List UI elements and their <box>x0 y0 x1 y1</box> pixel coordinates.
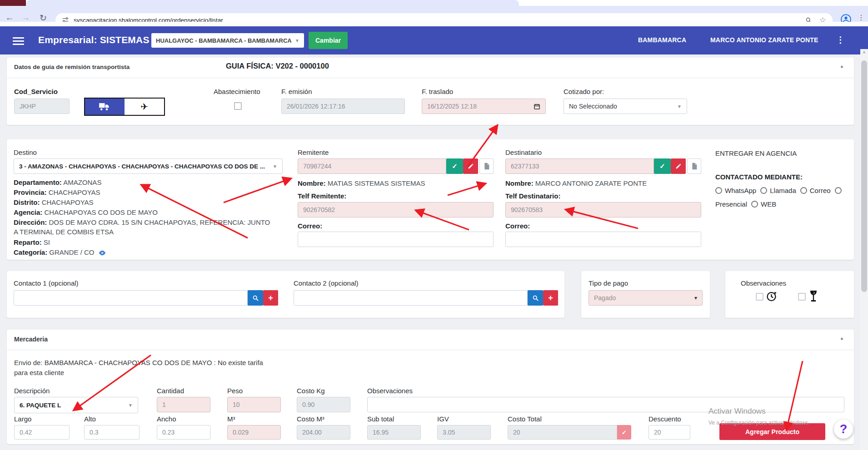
cod-servicio-input[interactable]: JKHP <box>14 99 70 114</box>
header-location[interactable]: BAMBAMARCA <box>638 36 686 44</box>
plane-icon: ✈ <box>140 101 148 112</box>
tipo-pago-value: Pagado <box>594 294 616 302</box>
observaciones-producto-input[interactable] <box>367 397 844 412</box>
contacto2-add-button[interactable]: + <box>543 290 558 306</box>
dest-detail-label: Departamento: <box>14 178 62 186</box>
abastecimiento-checkbox[interactable] <box>234 102 242 110</box>
sub-total-label: Sub total <box>367 415 394 423</box>
peso-input[interactable]: 10 <box>227 397 281 412</box>
descripcion-select[interactable]: 6. PAQUETE L ▼ <box>14 397 138 413</box>
destino-label: Destino <box>14 148 37 156</box>
alto-input[interactable]: 0.3 <box>84 425 140 440</box>
plane-toggle-button[interactable]: ✈ <box>125 99 164 115</box>
radio-web-label: WEB <box>761 198 776 211</box>
destinatario-document-button[interactable] <box>687 158 701 174</box>
telf-remitente-input[interactable]: 902670582 <box>298 202 494 218</box>
radio-web[interactable] <box>751 201 758 208</box>
collapse-chevron-icon[interactable]: ▲ <box>840 64 844 69</box>
document-icon <box>484 163 490 170</box>
costo-total-input[interactable]: 20 <box>508 425 617 440</box>
destino-select[interactable]: 3 - AMAZONAS - CHACHAPOYAS - CHACHAPOYAS… <box>14 158 283 174</box>
help-button[interactable]: ? <box>834 420 853 439</box>
remitente-document-button[interactable] <box>479 158 494 174</box>
remitente-edit-button[interactable] <box>463 158 478 174</box>
dest-detail-label: Dirección: <box>14 218 47 226</box>
browser-menu-icon[interactable]: ⋮ <box>855 13 867 22</box>
scrollbar-thumb[interactable] <box>861 60 867 292</box>
browser-active-tab[interactable] <box>26 0 519 6</box>
cod-servicio-label: Cod_Servicio <box>14 88 58 95</box>
rem-nombre-label: Nombre: <box>298 179 326 187</box>
truck-icon <box>99 102 111 112</box>
sub-total-input[interactable]: 16.95 <box>367 425 421 440</box>
browser-theme-corner <box>0 0 26 6</box>
radio-llamada[interactable] <box>760 187 767 194</box>
guide-card: Datos de guia de remisión transportista … <box>7 58 854 125</box>
remitente-confirm-button[interactable]: ✓ <box>446 158 463 174</box>
back-icon[interactable]: ← <box>4 13 15 23</box>
calendar-icon[interactable] <box>534 103 540 110</box>
descuento-label: Descuento <box>649 415 681 423</box>
m3-input[interactable]: 0.029 <box>227 425 281 440</box>
screen: ← → ↻ syscapacitacion.shalomcontrol.com/… <box>0 0 868 450</box>
dest-detail-value: CHACHAPOYAS <box>49 188 100 196</box>
contacto1-add-button[interactable]: + <box>263 290 278 306</box>
radio-llamada-label: Llamada <box>770 184 796 198</box>
costo-kg-input[interactable]: 0.90 <box>297 397 350 412</box>
tipo-pago-select[interactable]: Pagado ▾ <box>589 290 703 306</box>
header-user[interactable]: MARCO ANTONIO ZARATE PONTE <box>710 36 818 44</box>
telf-destinatario-input[interactable]: 902670583 <box>505 202 701 218</box>
cantidad-input[interactable]: 1 <box>157 397 210 412</box>
largo-input[interactable]: 0.42 <box>14 425 70 440</box>
cantidad-label: Cantidad <box>157 387 184 395</box>
dest-detail-label: Reparto: <box>14 238 42 246</box>
browser-toolbar: ← → ↻ syscapacitacion.shalomcontrol.com/… <box>0 6 868 22</box>
costo-total-confirm-button[interactable]: ✓ <box>617 425 631 440</box>
cotizado-select[interactable]: No Seleccionado ▼ <box>564 99 687 114</box>
destination-card: Destino 3 - AMAZONAS - CHACHAPOYAS - CHA… <box>7 139 854 260</box>
contacto1-search-button[interactable] <box>248 290 263 306</box>
eye-icon[interactable] <box>98 250 106 256</box>
destinatario-confirm-button[interactable]: ✓ <box>654 158 671 174</box>
transport-toggle: ✈ <box>84 98 165 116</box>
radio-correo[interactable] <box>800 187 807 194</box>
observations-card: Observaciones <box>725 271 854 318</box>
destinatario-input[interactable]: 62377133 <box>505 158 654 174</box>
igv-input[interactable]: 3.05 <box>437 425 491 440</box>
observacion-hora-checkbox[interactable] <box>756 293 763 301</box>
contacto2-search-button[interactable] <box>528 290 543 306</box>
branch-selector[interactable]: HUALGAYOC - BAMBAMARCA - BAMBAMARCA ▼ <box>151 33 304 48</box>
correo-destinatario-input[interactable] <box>505 232 701 247</box>
remitente-input[interactable]: 70987244 <box>298 158 446 174</box>
search-icon <box>532 295 539 302</box>
contacto2-input[interactable] <box>294 290 528 306</box>
observacion-fragil-checkbox[interactable] <box>798 293 806 301</box>
correo-remitente-input[interactable] <box>298 232 494 247</box>
fragile-glass-icon <box>808 290 819 302</box>
collapse-chevron-icon[interactable]: ▲ <box>840 336 844 341</box>
contacto1-label: Contacto 1 (opcional) <box>14 279 79 287</box>
telf-remitente-label: Telf Remitente: <box>298 192 346 200</box>
guide-title: GUIA FÍSICA: V202 - 0000100 <box>226 62 329 70</box>
radio-whatsapp[interactable] <box>715 187 722 194</box>
radio-presencial-label: Presencial <box>715 198 747 211</box>
dest-detail-value: CHACHAPOYAS <box>42 198 94 206</box>
costo-m3-input[interactable]: 204.00 <box>297 425 350 440</box>
contacto1-input[interactable] <box>14 290 248 306</box>
destinatario-edit-button[interactable] <box>671 158 686 174</box>
des-nombre-label: Nombre: <box>505 179 534 187</box>
f-traslado-input[interactable]: 16/12/2025 12:18 <box>422 99 546 114</box>
remitente-label: Remitente <box>298 148 329 156</box>
descuento-input[interactable]: 20 <box>649 425 690 440</box>
change-branch-button[interactable]: Cambiar <box>309 32 348 49</box>
radio-presencial[interactable] <box>835 187 842 194</box>
radio-whatsapp-label: WhatsApp <box>725 184 756 198</box>
forward-icon[interactable]: → <box>20 13 32 23</box>
header-kebab-icon[interactable]: ⋮ <box>836 35 845 45</box>
f-emision-input[interactable]: 26/01/2026 12:17:16 <box>281 99 405 114</box>
dest-detail-label: Provincia: <box>14 188 47 196</box>
guide-section-title: Datos de guia de remisión transportista <box>14 64 130 70</box>
contacts-card: Contacto 1 (opcional) + Contacto 2 (opci… <box>7 271 564 318</box>
ancho-input[interactable]: 0.23 <box>157 425 210 440</box>
truck-toggle-button[interactable] <box>85 99 125 115</box>
